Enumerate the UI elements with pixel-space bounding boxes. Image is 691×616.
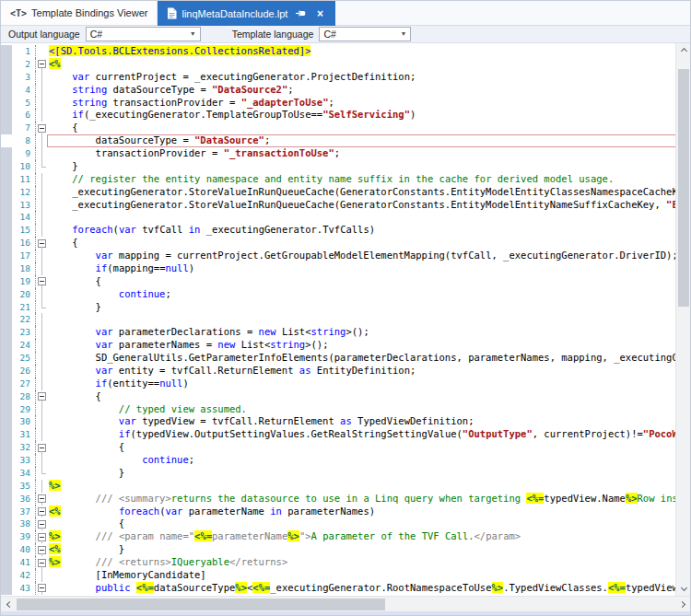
fold-collapse-icon[interactable] xyxy=(35,390,47,403)
code-line-8[interactable]: 8 dataSourceType = "DataSource"; xyxy=(1,134,690,147)
code-line-41[interactable]: 41%> /// <returns>IQueryable</returns> xyxy=(1,556,690,569)
code-text[interactable]: } xyxy=(47,160,690,173)
code-text[interactable]: string transactionProvider = "_adapterTo… xyxy=(47,97,690,110)
code-line-26[interactable]: 26 var entity = tvfCall.ReturnElement as… xyxy=(1,365,690,378)
code-line-30[interactable]: 30 var typedView = tvfCall.ReturnElement… xyxy=(1,415,690,428)
code-text[interactable] xyxy=(47,313,690,326)
code-line-23[interactable]: 23 var parameterDeclarations = new List<… xyxy=(1,326,690,339)
code-line-19[interactable]: 19 { xyxy=(1,275,690,288)
code-line-31[interactable]: 31 if(typedView.OutputSettingValues.GetR… xyxy=(1,428,690,441)
fold-collapse-icon[interactable] xyxy=(35,530,47,543)
fold-box-icon[interactable] xyxy=(38,520,46,529)
horizontal-scroll-thumb[interactable] xyxy=(17,599,385,610)
scroll-up-icon[interactable] xyxy=(676,43,690,57)
code-line-38[interactable]: 38 { xyxy=(1,517,690,530)
code-text[interactable]: public <%=dataSourceType%><<%=_executing… xyxy=(47,582,690,595)
code-line-15[interactable]: 15 foreach(var tvfCall in _executingGene… xyxy=(1,224,690,237)
code-line-33[interactable]: 33 continue; xyxy=(1,454,690,467)
code-text[interactable]: if(_executingGenerator.TemplateGroupToUs… xyxy=(47,109,690,122)
code-line-27[interactable]: 27 if(entity==null) xyxy=(1,378,690,390)
code-text[interactable]: SD_GeneralUtils.GetParameterInfoElements… xyxy=(47,352,690,365)
code-line-9[interactable]: 9 transactionProvider = "_transactionToU… xyxy=(1,147,690,160)
fold-box-icon[interactable] xyxy=(38,60,46,68)
fold-box-icon[interactable] xyxy=(38,533,46,541)
code-line-37[interactable]: 37<% foreach(var parameterName in parame… xyxy=(1,506,690,518)
fold-collapse-icon[interactable] xyxy=(35,237,47,250)
fold-collapse-icon[interactable] xyxy=(35,556,47,569)
fold-collapse-icon[interactable] xyxy=(35,517,47,530)
code-text[interactable]: } xyxy=(47,467,690,480)
code-line-34[interactable]: 34 } xyxy=(1,467,690,480)
code-text[interactable]: transactionProvider = "_transactionToUse… xyxy=(47,147,690,160)
pin-icon[interactable] xyxy=(294,7,307,20)
code-line-4[interactable]: 4 string dataSourceType = "DataSource2"; xyxy=(1,84,690,97)
code-text[interactable]: var currentProject = _executingGenerator… xyxy=(47,71,690,84)
code-line-10[interactable]: 10 } xyxy=(1,160,690,173)
fold-collapse-icon[interactable] xyxy=(35,582,47,595)
code-line-6[interactable]: 6 if(_executingGenerator.TemplateGroupTo… xyxy=(1,109,690,122)
fold-collapse-icon[interactable] xyxy=(35,58,47,71)
code-text[interactable]: if(entity==null) xyxy=(47,378,690,390)
code-line-25[interactable]: 25 SD_GeneralUtils.GetParameterInfoEleme… xyxy=(1,352,690,365)
code-text[interactable]: %> /// <returns>IQueryable</returns> xyxy=(47,556,690,569)
code-text[interactable] xyxy=(47,211,690,224)
code-line-2[interactable]: 2<% xyxy=(1,58,690,71)
code-line-18[interactable]: 18 if(mapping==null) xyxy=(1,262,690,275)
fold-collapse-icon[interactable] xyxy=(35,506,47,518)
tab-template-bindings-viewer[interactable]: <T> Template Bindings Viewer xyxy=(1,1,158,25)
code-line-17[interactable]: 17 var mapping = currentProject.GetGroup… xyxy=(1,250,690,262)
code-line-5[interactable]: 5 string transactionProvider = "_adapter… xyxy=(1,97,690,110)
code-text[interactable]: var parameterNames = new List<string>(); xyxy=(47,339,690,352)
scroll-left-icon[interactable] xyxy=(1,597,16,612)
code-line-28[interactable]: 28 { xyxy=(1,390,690,403)
code-text[interactable]: { xyxy=(47,517,690,530)
code-line-7[interactable]: 7 { xyxy=(1,122,690,134)
code-text[interactable]: var parameterDeclarations = new List<str… xyxy=(47,326,690,339)
code-line-22[interactable]: 22 xyxy=(1,313,690,326)
fold-collapse-icon[interactable] xyxy=(35,441,47,454)
code-line-1[interactable]: 1<[SD.Tools.BCLExtensions.CollectionsRel… xyxy=(1,45,690,58)
code-line-40[interactable]: 40<% } xyxy=(1,543,690,556)
scroll-right-icon[interactable] xyxy=(675,597,690,612)
output-language-select[interactable]: C# ▼ xyxy=(86,27,201,41)
fold-box-icon[interactable] xyxy=(38,392,46,401)
code-text[interactable]: string dataSourceType = "DataSource2"; xyxy=(47,84,690,97)
code-text[interactable]: // typed view assumed. xyxy=(47,403,690,416)
code-text[interactable]: } xyxy=(47,301,690,314)
fold-box-icon[interactable] xyxy=(38,124,46,133)
code-line-12[interactable]: 12 _executingGenerator.StoreValueInRunQu… xyxy=(1,186,690,199)
code-text[interactable]: if(typedView.OutputSettingValues.GetReal… xyxy=(47,428,690,441)
code-text[interactable]: _executingGenerator.StoreValueInRunQueue… xyxy=(47,186,690,199)
fold-collapse-icon[interactable] xyxy=(35,122,47,134)
fold-collapse-icon[interactable] xyxy=(35,275,47,288)
code-text[interactable]: <% } xyxy=(47,543,690,556)
code-text[interactable]: %> /// <param name="<%=parameterName%>">… xyxy=(47,530,690,543)
code-text[interactable]: /// <summary>returns the datasource to u… xyxy=(47,493,690,506)
code-line-3[interactable]: 3 var currentProject = _executingGenerat… xyxy=(1,71,690,84)
fold-box-icon[interactable] xyxy=(38,239,46,248)
code-line-21[interactable]: 21 } xyxy=(1,301,690,314)
fold-box-icon[interactable] xyxy=(38,507,46,516)
fold-collapse-icon[interactable] xyxy=(35,543,47,556)
fold-collapse-icon[interactable] xyxy=(35,493,47,506)
code-line-35[interactable]: 35%> xyxy=(1,480,690,493)
code-line-43[interactable]: 43 public <%=dataSourceType%><<%=_execut… xyxy=(1,582,690,595)
code-text[interactable]: <[SD.Tools.BCLExtensions.CollectionsRela… xyxy=(47,45,690,58)
fold-box-icon[interactable] xyxy=(38,546,46,554)
close-icon[interactable]: × xyxy=(313,7,326,20)
code-text[interactable]: %> xyxy=(47,480,690,493)
code-text[interactable]: <% xyxy=(47,58,690,71)
fold-box-icon[interactable] xyxy=(38,559,46,567)
code-text[interactable]: { xyxy=(47,441,690,454)
code-text[interactable]: _executingGenerator.StoreValueInRunQueue… xyxy=(47,199,690,212)
code-text[interactable]: if(mapping==null) xyxy=(47,262,690,275)
code-text[interactable]: dataSourceType = "DataSource"; xyxy=(47,134,690,147)
vertical-scroll-thumb[interactable] xyxy=(678,69,689,307)
fold-box-icon[interactable] xyxy=(38,584,46,592)
code-text[interactable]: <% foreach(var parameterName in paramete… xyxy=(47,506,690,518)
code-editor[interactable]: 1<[SD.Tools.BCLExtensions.CollectionsRel… xyxy=(1,43,690,596)
vertical-scrollbar[interactable] xyxy=(675,43,690,596)
code-line-20[interactable]: 20 continue; xyxy=(1,288,690,301)
code-text[interactable]: var entity = tvfCall.ReturnElement as En… xyxy=(47,365,690,378)
template-language-select[interactable]: C# ▼ xyxy=(319,27,411,41)
